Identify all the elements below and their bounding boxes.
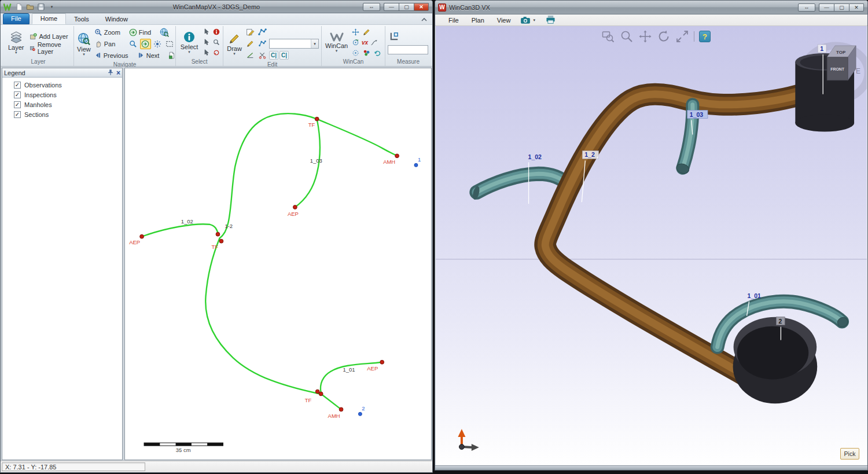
section-label-3d[interactable]: 2 bbox=[778, 318, 782, 325]
edit-draw-small-button[interactable] bbox=[245, 39, 256, 49]
checkbox-inspections[interactable]: ✓ bbox=[14, 91, 21, 98]
snapshot-camera-button[interactable]: ▾ bbox=[518, 16, 538, 24]
zoom-world-button[interactable] bbox=[159, 27, 170, 38]
tab-tools[interactable]: Tools bbox=[66, 14, 97, 24]
fit-view-icon[interactable] bbox=[675, 30, 689, 43]
select-area-button[interactable] bbox=[202, 47, 211, 58]
pin-icon[interactable] bbox=[107, 69, 114, 77]
view-page-button[interactable] bbox=[166, 50, 177, 61]
zoom-window-icon[interactable] bbox=[601, 30, 615, 43]
wincan-undo-button[interactable] bbox=[373, 47, 382, 58]
save-button[interactable] bbox=[36, 2, 45, 11]
checkbox-sections[interactable]: ✓ bbox=[14, 111, 21, 118]
measure-area-button[interactable] bbox=[388, 31, 400, 42]
section-label-3d[interactable]: 1 bbox=[820, 46, 823, 52]
maximize-button[interactable]: ▢ bbox=[399, 3, 414, 11]
next-button[interactable]: Next bbox=[136, 50, 165, 61]
rotate-icon[interactable] bbox=[657, 30, 671, 43]
wincan-edit-button[interactable] bbox=[362, 27, 372, 37]
select-button[interactable]: Select ▾ bbox=[178, 27, 200, 58]
find-button[interactable]: Find bbox=[128, 27, 158, 38]
zoom-button[interactable]: Zoom bbox=[93, 27, 127, 38]
zoom-in-button[interactable] bbox=[128, 39, 139, 49]
map-canvas[interactable]: TFAMH1_03AEP1_021-2TFAEP1_01AEPTFAMH12 3… bbox=[124, 68, 432, 460]
close-button[interactable]: ✕ bbox=[414, 3, 429, 11]
tab-home[interactable]: Home bbox=[32, 13, 66, 24]
zoom-selected-button[interactable] bbox=[140, 39, 151, 49]
section-label-3d[interactable]: 1_03 bbox=[690, 112, 703, 118]
left-window-controls: ⇔ — ▢ ✕ bbox=[363, 3, 432, 11]
layer-button[interactable]: Layer ▾ bbox=[5, 27, 27, 58]
select-info-button[interactable] bbox=[212, 27, 220, 37]
view-cube[interactable]: TOP FRONT bbox=[827, 46, 856, 80]
pan-button[interactable]: Pan bbox=[93, 38, 127, 49]
view-button[interactable]: View ▾ bbox=[76, 27, 91, 61]
menu-file[interactable]: File bbox=[443, 16, 464, 25]
legend-item-sections[interactable]: ✓Sections bbox=[14, 111, 122, 118]
edit-combobox[interactable]: ▾ bbox=[269, 39, 319, 49]
select-point-button[interactable] bbox=[202, 27, 211, 37]
cursor-icon bbox=[203, 49, 210, 56]
remove-layer-button[interactable]: Remove Layer bbox=[28, 43, 71, 54]
draw-button[interactable]: Draw ▾ bbox=[226, 27, 243, 61]
legend-close-icon[interactable]: × bbox=[116, 70, 120, 76]
edit-vertices-button[interactable] bbox=[245, 27, 256, 38]
section-label-3d[interactable]: 1_2 bbox=[584, 152, 595, 158]
section-label-3d[interactable]: 1_02 bbox=[528, 154, 542, 160]
maximize-button[interactable]: ▢ bbox=[834, 3, 849, 12]
legend-item-manholes[interactable]: ✓Manholes bbox=[14, 101, 122, 108]
wincan-colors-button[interactable] bbox=[362, 47, 372, 58]
zoom-icon[interactable] bbox=[620, 30, 634, 43]
right-titlebar[interactable]: W WinCan3D VX ⇔ — ▢ ✕ bbox=[435, 1, 867, 14]
select-zoom-button[interactable] bbox=[212, 37, 220, 47]
legend-item-observations[interactable]: ✓Observations bbox=[14, 82, 122, 89]
help-button[interactable]: ? bbox=[699, 31, 711, 42]
print-button[interactable] bbox=[540, 15, 561, 25]
edit-split-button[interactable] bbox=[257, 50, 268, 61]
arrange-windows-button[interactable]: ⇔ bbox=[798, 3, 815, 12]
menu-plan[interactable]: Plan bbox=[466, 16, 490, 25]
select-add-button[interactable] bbox=[202, 37, 211, 47]
checkbox-manholes[interactable]: ✓ bbox=[14, 101, 21, 108]
add-layer-button[interactable]: Add Layer bbox=[28, 31, 71, 42]
checkbox-observations[interactable]: ✓ bbox=[14, 82, 21, 89]
tab-file[interactable]: File bbox=[3, 13, 30, 24]
wincan-rotate-button[interactable] bbox=[351, 37, 361, 47]
pick-button[interactable]: Pick bbox=[840, 448, 859, 460]
open-folder-button[interactable] bbox=[25, 2, 34, 11]
edit-curve-right-button[interactable]: C| bbox=[279, 51, 289, 60]
zoom-rectangle-button[interactable] bbox=[164, 39, 175, 49]
menu-view[interactable]: View bbox=[492, 16, 516, 25]
edit-combobox-input[interactable] bbox=[270, 39, 311, 48]
select-clear-button[interactable] bbox=[212, 47, 220, 58]
wincan-curve-button[interactable] bbox=[369, 37, 379, 47]
3d-viewport[interactable]: W E S bbox=[436, 26, 867, 465]
wincan-vx-button[interactable]: vx bbox=[362, 39, 368, 46]
edit-nodes-button[interactable] bbox=[257, 39, 268, 49]
close-button[interactable]: ✕ bbox=[849, 3, 864, 12]
left-titlebar[interactable]: WinCanMapVX - 3DGS_Demo ▾ ⇔ — ▢ ✕ bbox=[1, 1, 432, 13]
minimize-button[interactable]: — bbox=[819, 3, 834, 12]
edit-curve-left-button[interactable]: C| bbox=[269, 51, 278, 60]
wincan-button[interactable]: WinCan ▾ bbox=[324, 27, 349, 58]
edit-geometry-button[interactable] bbox=[257, 27, 268, 38]
camera-dropdown-icon[interactable]: ▾ bbox=[533, 18, 535, 23]
tab-window[interactable]: Window bbox=[97, 14, 136, 24]
legend-header: Legend × bbox=[2, 68, 122, 78]
zoom-extents-button[interactable] bbox=[152, 39, 163, 49]
section-label-3d[interactable]: 1_01 bbox=[748, 293, 761, 299]
new-document-button[interactable] bbox=[14, 2, 23, 11]
wincan-move-button[interactable] bbox=[351, 27, 361, 37]
collapse-ribbon-icon[interactable] bbox=[421, 15, 428, 22]
wincan-target-button[interactable] bbox=[351, 47, 361, 58]
pan-icon[interactable] bbox=[638, 30, 652, 43]
quick-access-toolbar: ▾ bbox=[1, 2, 56, 11]
arrange-windows-button[interactable]: ⇔ bbox=[363, 3, 380, 11]
previous-button[interactable]: Previous bbox=[93, 50, 135, 61]
minimize-button[interactable]: — bbox=[384, 3, 399, 11]
legend-item-inspections[interactable]: ✓Inspections bbox=[14, 91, 122, 98]
qat-customize-dropdown[interactable]: ▾ bbox=[47, 2, 56, 11]
edit-angle-button[interactable] bbox=[245, 50, 256, 61]
measure-value-field[interactable] bbox=[388, 45, 428, 54]
combobox-dropdown-icon[interactable]: ▾ bbox=[311, 39, 318, 48]
